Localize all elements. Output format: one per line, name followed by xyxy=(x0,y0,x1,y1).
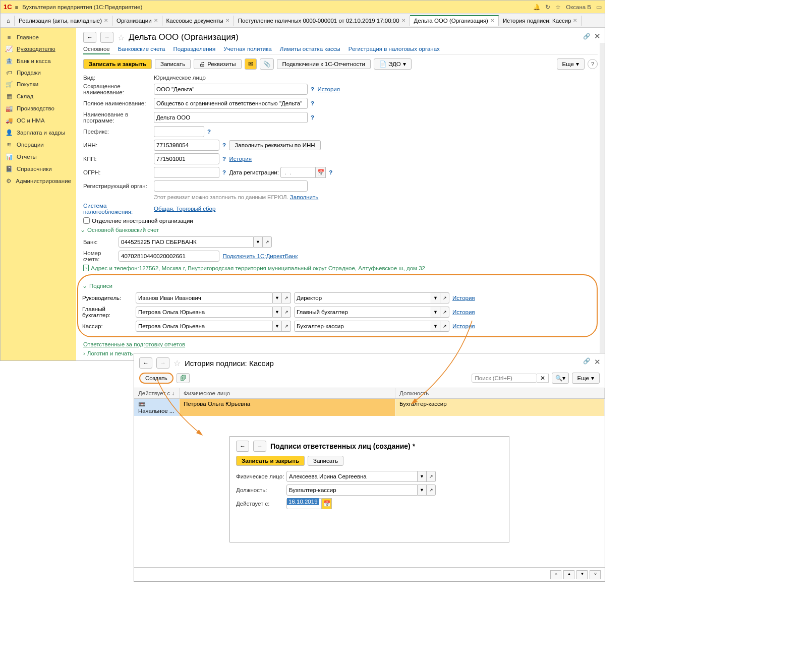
acct-input[interactable] xyxy=(119,251,219,262)
calendar-icon[interactable]: 📅 xyxy=(322,498,332,509)
col-pos[interactable]: Должность xyxy=(395,388,605,398)
section-logo[interactable]: Логотип и печать xyxy=(87,350,133,356)
search-input[interactable] xyxy=(472,374,537,383)
dropdown-icon[interactable]: ▼ xyxy=(431,292,440,304)
scroll-down-icon[interactable]: ▾ xyxy=(576,570,588,579)
subtab-policy[interactable]: Учетная политика xyxy=(223,46,272,52)
open-icon[interactable]: ↗ xyxy=(282,292,291,304)
tab-0[interactable]: Реализация (акты, накладные)✕ xyxy=(15,16,112,26)
open-icon[interactable]: ↗ xyxy=(263,236,272,248)
section-addr[interactable]: Адрес и телефон: xyxy=(91,265,139,271)
subtab-limits[interactable]: Лимиты остатка кассы xyxy=(280,46,340,52)
pos-input[interactable] xyxy=(286,484,418,496)
dropdown-icon[interactable]: ▼ xyxy=(273,292,282,304)
scroll-bottom-icon[interactable]: ▿ xyxy=(590,570,601,579)
history-link[interactable]: История xyxy=(229,156,252,162)
close-icon[interactable]: ✕ xyxy=(594,357,601,367)
bell-icon[interactable]: 🔔 xyxy=(533,4,540,11)
close-icon[interactable]: ✕ xyxy=(225,18,229,23)
forward-button[interactable]: → xyxy=(253,441,266,452)
full-input[interactable] xyxy=(154,98,308,109)
nav-bank[interactable]: 🏦Банк и касса xyxy=(1,55,76,67)
section-sign[interactable]: Подписи xyxy=(82,282,593,289)
forward-button[interactable]: → xyxy=(156,357,169,369)
nav-assets[interactable]: 🚚ОС и НМА xyxy=(1,114,76,127)
tab-5[interactable]: История подписи: Кассир✕ xyxy=(499,16,582,26)
dir-pos-input[interactable] xyxy=(294,292,431,304)
dropdown-icon[interactable]: ▼ xyxy=(273,321,282,332)
nav-purchase[interactable]: 🛒Покупки xyxy=(1,78,76,90)
favorite-icon[interactable]: ☆ xyxy=(173,358,181,368)
open-icon[interactable]: ↗ xyxy=(427,471,436,482)
nav-admin[interactable]: ⚙Администрирование xyxy=(1,175,76,187)
back-button[interactable]: ← xyxy=(83,32,96,43)
help-button[interactable]: ? xyxy=(588,59,598,69)
history-link[interactable]: История xyxy=(452,295,475,301)
inn-input[interactable] xyxy=(154,140,219,151)
save-button[interactable]: Записать xyxy=(308,456,343,466)
link-icon[interactable]: 🔗 xyxy=(583,357,590,367)
scroll-up-icon[interactable]: ▴ xyxy=(563,570,574,579)
dropdown-icon[interactable]: ▼ xyxy=(273,307,282,318)
acc-person-input[interactable] xyxy=(136,307,273,318)
dropdown-icon[interactable]: ▼ xyxy=(418,484,427,496)
expand-icon[interactable]: › xyxy=(83,265,89,271)
save-button[interactable]: Записать xyxy=(155,59,191,69)
ogrn-input[interactable] xyxy=(154,167,219,178)
mini-icon[interactable]: ▭ xyxy=(596,4,602,11)
fill-inn-button[interactable]: Заполнить реквизиты по ИНН xyxy=(229,140,320,150)
close-icon[interactable]: ✕ xyxy=(401,18,405,23)
back-button[interactable]: ← xyxy=(236,441,249,452)
user-name[interactable]: Оксана В xyxy=(566,4,591,10)
expand-icon[interactable]: › xyxy=(83,350,85,356)
help-icon[interactable]: ? xyxy=(311,86,314,92)
save-close-button[interactable]: Записать и закрыть xyxy=(236,456,305,466)
more-button[interactable]: Еще ▾ xyxy=(572,373,600,384)
forward-button[interactable]: → xyxy=(100,32,113,43)
dropdown-icon[interactable]: ▼ xyxy=(254,236,263,248)
resp-link[interactable]: Ответственные за подготовку отчетов xyxy=(83,341,185,347)
open-icon[interactable]: ↗ xyxy=(427,484,436,496)
scrollbar[interactable] xyxy=(600,43,605,360)
prefix-input[interactable] xyxy=(154,126,204,137)
menu-icon[interactable]: ≡ xyxy=(15,4,19,10)
back-button[interactable]: ← xyxy=(139,357,152,369)
edo-button[interactable]: 📄 ЭДО ▾ xyxy=(374,58,412,70)
nav-stock[interactable]: ▦Склад xyxy=(1,90,76,102)
open-icon[interactable]: ↗ xyxy=(282,307,291,318)
person-input[interactable] xyxy=(286,471,418,482)
bank-input[interactable] xyxy=(119,236,254,248)
dropdown-icon[interactable]: ▼ xyxy=(431,307,440,318)
dropdown-icon[interactable]: ▼ xyxy=(418,471,427,482)
open-icon[interactable]: ↗ xyxy=(440,321,449,332)
calendar-icon[interactable]: 📅 xyxy=(316,167,326,178)
acc-pos-input[interactable] xyxy=(294,307,431,318)
help-icon[interactable]: ? xyxy=(207,129,211,135)
tab-2[interactable]: Кассовые документы✕ xyxy=(162,16,234,26)
scroll-top-icon[interactable]: ▵ xyxy=(550,570,561,579)
regdate-input[interactable] xyxy=(280,167,316,178)
open-icon[interactable]: ↗ xyxy=(440,307,449,318)
tab-3[interactable]: Поступление наличных 0000-000001 от 02.1… xyxy=(234,16,410,26)
subtab-tax[interactable]: Регистрация в налоговых органах xyxy=(349,46,440,52)
kpp-input[interactable] xyxy=(154,153,219,164)
more-button[interactable]: Еще ▾ xyxy=(557,58,585,70)
cash-person-input[interactable] xyxy=(136,321,273,332)
help-icon[interactable]: ? xyxy=(329,169,332,175)
create-button[interactable]: Создать xyxy=(139,373,173,384)
addr-value[interactable]: 127562, Москва г, Внутригородская террит… xyxy=(139,265,425,271)
copy-button[interactable]: 🗐 xyxy=(177,373,190,383)
favorite-icon[interactable]: ☆ xyxy=(118,33,125,42)
regorg-input[interactable] xyxy=(154,180,308,192)
close-icon[interactable]: ✕ xyxy=(104,18,108,23)
subtab-main[interactable]: Основное xyxy=(83,46,110,54)
open-icon[interactable]: ↗ xyxy=(282,321,291,332)
foreign-checkbox[interactable] xyxy=(83,217,90,224)
nav-main[interactable]: ≡Главное xyxy=(1,32,76,43)
close-icon[interactable]: ✕ xyxy=(154,18,158,23)
table-row[interactable]: 📼 Начальное ... Петрова Ольга Юрьевна Бу… xyxy=(134,399,605,416)
short-input[interactable] xyxy=(154,84,308,95)
close-icon[interactable]: ✕ xyxy=(573,18,577,23)
tab-4[interactable]: Дельта ООО (Организация)✕ xyxy=(410,15,499,26)
link-icon[interactable]: 🔗 xyxy=(583,33,590,40)
